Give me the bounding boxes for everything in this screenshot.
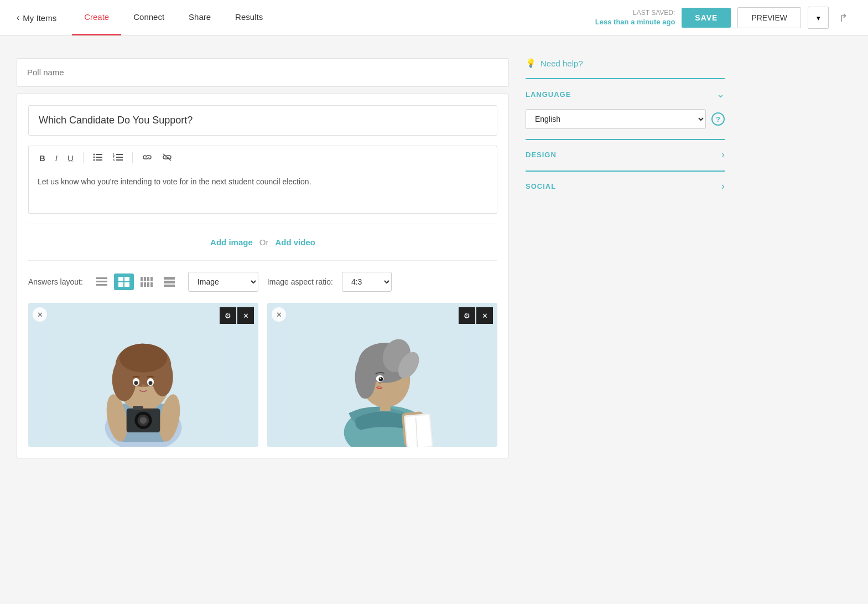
cursor-tool-button[interactable]: ↱ <box>835 8 851 28</box>
answer-2-actions: ⚙ ✕ <box>459 307 493 324</box>
design-section-title: DESIGN <box>526 151 557 159</box>
right-sidebar: 💡 Need help? LANGUAGE ⌄ English Spanish … <box>526 58 725 458</box>
save-button[interactable]: SAVE <box>682 8 731 28</box>
candidate-1-illustration <box>28 303 258 447</box>
add-video-link[interactable]: Add video <box>275 238 315 247</box>
language-section-header[interactable]: LANGUAGE ⌄ <box>526 79 725 109</box>
bold-button[interactable]: B <box>35 152 49 164</box>
need-help-label: Need help? <box>540 59 583 68</box>
numbered-list-icon: 1. 2. 3. <box>113 153 123 162</box>
svg-rect-27 <box>150 282 153 287</box>
chevron-down-icon: ▾ <box>817 14 820 22</box>
svg-point-65 <box>379 377 383 381</box>
numbered-list-button[interactable]: 1. 2. 3. <box>109 151 127 165</box>
tab-create[interactable]: Create <box>72 0 121 35</box>
grid4-layout-icon <box>141 277 153 287</box>
editor-description[interactable]: Let us know who you're intending to vote… <box>28 169 497 214</box>
svg-line-12 <box>163 154 171 161</box>
add-image-link[interactable]: Add image <box>210 238 253 247</box>
link-icon <box>142 153 152 162</box>
design-chevron-icon: › <box>721 149 725 161</box>
layout-biglist-button[interactable] <box>159 273 179 290</box>
svg-point-42 <box>119 344 168 373</box>
question-card: B I U 1. <box>17 94 509 458</box>
aspect-ratio-select[interactable]: 4:3 1:1 16:9 3:4 <box>342 272 392 292</box>
main-layout: B I U 1. <box>0 36 868 481</box>
italic-button[interactable]: I <box>51 152 61 164</box>
last-saved-time: Less than a minute ago <box>595 17 675 27</box>
svg-rect-24 <box>141 282 143 287</box>
biglist-layout-icon <box>164 277 175 287</box>
svg-rect-23 <box>150 277 153 281</box>
lightbulb-icon: 💡 <box>526 58 536 68</box>
svg-rect-1 <box>96 154 102 155</box>
svg-rect-9 <box>116 157 123 158</box>
svg-rect-22 <box>147 277 149 281</box>
language-select[interactable]: English Spanish French German Portuguese <box>526 109 706 129</box>
answers-layout-row: Answers layout: <box>28 272 497 292</box>
link-button[interactable] <box>138 151 156 165</box>
add-media-row: Add image Or Add video <box>28 224 497 260</box>
answer-item-2: ✕ ⚙ ✕ <box>267 303 497 447</box>
underline-button[interactable]: U <box>64 152 77 164</box>
toolbar-separator-2 <box>132 152 133 163</box>
layout-grid4-button[interactable] <box>136 273 157 290</box>
nav-tabs: Create Connect Share Results <box>72 0 275 35</box>
layout-list-button[interactable] <box>92 273 112 290</box>
tab-share[interactable]: Share <box>176 0 223 35</box>
svg-rect-30 <box>164 285 175 287</box>
design-section-header[interactable]: DESIGN › <box>526 140 725 169</box>
svg-rect-11 <box>116 159 123 161</box>
back-to-my-items[interactable]: ‹ My Items <box>17 13 56 23</box>
tab-connect[interactable]: Connect <box>121 0 176 35</box>
last-saved-info: LAST SAVED: Less than a minute ago <box>595 8 675 28</box>
layout-grid2-button[interactable] <box>114 273 134 290</box>
left-content: B I U 1. <box>17 58 509 458</box>
need-help-link[interactable]: 💡 Need help? <box>526 58 725 68</box>
answer-1-close-button[interactable]: ✕ <box>33 307 47 322</box>
answer-type-select[interactable]: Image Text Image + Text <box>188 272 258 292</box>
social-section-header[interactable]: SOCIAL › <box>526 172 725 201</box>
editor-toolbar: B I U 1. <box>28 146 497 169</box>
answers-section: Answers layout: <box>28 260 497 447</box>
svg-rect-20 <box>141 277 143 281</box>
svg-point-46 <box>149 381 153 385</box>
svg-rect-7 <box>116 154 123 155</box>
svg-rect-28 <box>164 277 175 280</box>
answer-2-settings-button[interactable]: ⚙ <box>459 307 475 324</box>
answer-2-close-button[interactable]: ✕ <box>272 307 286 322</box>
preview-button[interactable]: PREVIEW <box>737 7 801 28</box>
poll-name-wrapper <box>17 58 509 87</box>
language-help-icon[interactable]: ? <box>711 112 725 126</box>
svg-point-4 <box>93 159 95 161</box>
dropdown-button[interactable]: ▾ <box>808 7 829 29</box>
svg-rect-19 <box>124 282 129 287</box>
aspect-ratio-label: Image aspect ratio: <box>267 277 333 286</box>
my-items-label: My Items <box>23 13 56 23</box>
question-text-input[interactable] <box>28 105 497 136</box>
answers-layout-label: Answers layout: <box>28 277 83 286</box>
language-section-title: LANGUAGE <box>526 90 571 99</box>
svg-rect-18 <box>118 282 123 287</box>
sidebar-social-section: SOCIAL › <box>526 171 725 201</box>
svg-rect-17 <box>124 277 129 281</box>
poll-name-input[interactable] <box>27 68 498 77</box>
toolbar-separator-1 <box>83 152 84 163</box>
tab-results[interactable]: Results <box>223 0 275 35</box>
list-layout-icon <box>96 277 107 287</box>
bullet-list-button[interactable] <box>89 151 107 165</box>
answer-1-settings-button[interactable]: ⚙ <box>220 307 236 324</box>
candidate-2-illustration <box>267 303 497 447</box>
language-select-wrap: English Spanish French German Portuguese… <box>526 109 725 129</box>
last-saved-label: LAST SAVED: <box>595 8 675 18</box>
social-section-title: SOCIAL <box>526 182 556 190</box>
svg-point-2 <box>93 157 95 158</box>
nav-right-actions: LAST SAVED: Less than a minute ago SAVE … <box>595 7 851 29</box>
answer-2-delete-button[interactable]: ✕ <box>476 307 493 324</box>
grid2-layout-icon <box>118 277 129 287</box>
candidate-2-image <box>267 303 497 447</box>
svg-rect-56 <box>406 415 432 447</box>
unlink-button[interactable] <box>158 151 176 165</box>
answer-1-delete-button[interactable]: ✕ <box>237 307 254 324</box>
svg-rect-14 <box>96 281 107 282</box>
